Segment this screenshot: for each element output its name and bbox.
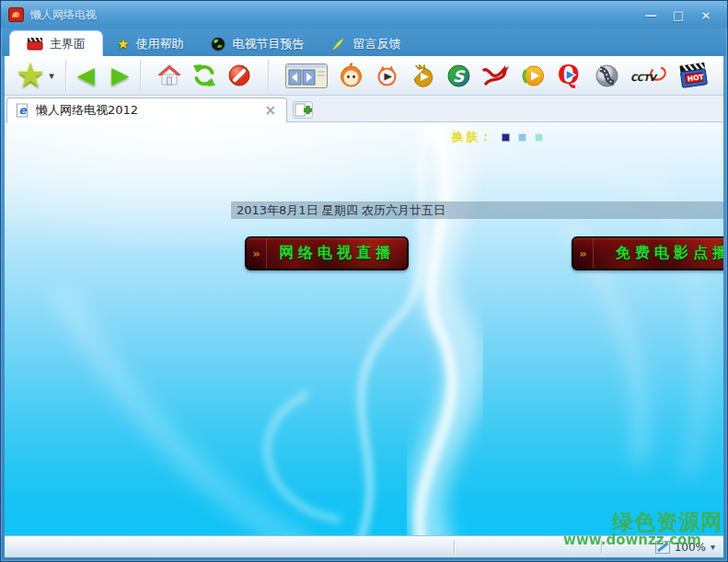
live-tv-button[interactable]: » 网络电视直播 — [245, 236, 409, 270]
app-gold-hand-icon[interactable] — [410, 63, 435, 88]
statusbar-separator — [454, 540, 455, 554]
app-red-fox-icon[interactable] — [482, 63, 510, 88]
new-tab-plus-icon — [295, 103, 312, 118]
main-content: 换肤： 2013年8月1日 星期四 农历六月廿五日 » 网络电视直播 » 免费电… — [5, 122, 723, 535]
hot-clapper-icon[interactable]: HOT — [678, 62, 710, 89]
status-bar: 100% ▾ — [5, 535, 723, 557]
minimize-button[interactable]: — — [642, 8, 659, 22]
tab-label: 电视节目预告 — [232, 36, 304, 52]
close-button[interactable]: × — [698, 8, 714, 22]
forward-button[interactable]: ▶ — [111, 63, 129, 87]
menu-tab-bar: 主界面 ★ 使用帮助 电视节目预告 — [2, 29, 726, 56]
quill-icon — [331, 37, 346, 52]
browser-tab[interactable]: e 懒人网络电视2012 × — [6, 97, 287, 122]
date-text: 2013年8月1日 星期四 农历六月廿五日 — [231, 202, 445, 219]
app-logo-icon — [8, 7, 24, 22]
browser-tab-strip: e 懒人网络电视2012 × — [5, 96, 723, 122]
tab-feedback[interactable]: 留言反馈 — [318, 32, 414, 56]
s-glyph: S — [453, 66, 466, 85]
live-tv-button-label: 网络电视直播 — [267, 238, 407, 269]
zoom-level: 100% — [675, 541, 706, 554]
tab-label: 留言反馈 — [352, 36, 400, 52]
tab-close-icon[interactable]: × — [261, 102, 279, 119]
panel-toggle-icon[interactable] — [285, 63, 328, 88]
skin-swatch-cyan[interactable] — [535, 133, 543, 142]
toolbar-separator — [140, 60, 141, 91]
skin-swatch-navy[interactable] — [502, 133, 510, 142]
app-orange-play-icon[interactable] — [521, 63, 546, 88]
home-button[interactable] — [157, 63, 181, 87]
help-star-icon: ★ — [117, 36, 129, 52]
app-fox-play-icon[interactable] — [375, 63, 399, 88]
favorites-dropdown-arrow-icon[interactable]: ▾ — [49, 70, 54, 82]
zoom-page-icon — [655, 541, 670, 554]
window-title: 懒人网络电视 — [30, 7, 97, 23]
skin-label: 换肤： — [452, 129, 493, 145]
tab-label: 主界面 — [50, 36, 86, 52]
chevron-right-icon: » — [573, 238, 594, 269]
browser-tab-title: 懒人网络电视2012 — [36, 102, 261, 119]
skin-swatch-blue[interactable] — [518, 133, 526, 142]
statusbar-separator — [601, 540, 602, 554]
ie-page-icon: e — [15, 103, 29, 118]
zoom-control[interactable]: 100% ▾ — [655, 541, 723, 554]
cctv-text: CCTV — [630, 73, 658, 83]
ie-glyph: e — [19, 104, 28, 117]
app-s-globe-icon[interactable]: S — [446, 63, 471, 88]
app-q-play-icon[interactable]: Q — [557, 63, 584, 88]
tab-help[interactable]: ★ 使用帮助 — [103, 32, 197, 56]
clapperboard-icon — [27, 37, 43, 51]
app-mascot-icon[interactable] — [339, 63, 364, 88]
toolbar: ★ ▾ ◀ ▶ — [5, 56, 723, 96]
cctv-icon[interactable]: CCTV — [630, 64, 667, 86]
app-film-sphere-icon[interactable] — [595, 63, 619, 88]
free-movie-button[interactable]: » 免费电影点播 — [572, 236, 723, 270]
date-bar: 2013年8月1日 星期四 农历六月廿五日 — [231, 201, 723, 219]
toolbar-separator — [268, 60, 269, 91]
favorites-star-icon[interactable]: ★ — [16, 59, 45, 92]
zoom-dropdown-arrow-icon: ▾ — [711, 542, 715, 552]
back-button[interactable]: ◀ — [77, 63, 95, 87]
chevron-right-icon: » — [247, 238, 267, 269]
toolbar-separator — [65, 60, 66, 91]
tab-label: 使用帮助 — [135, 36, 183, 52]
refresh-button[interactable] — [192, 63, 216, 87]
window-controls: — □ × — [642, 8, 727, 22]
tab-tv-guide[interactable]: 电视节目预告 — [197, 32, 318, 56]
tab-main-interface[interactable]: 主界面 — [9, 30, 103, 56]
title-bar: 懒人网络电视 — □ × — [1, 1, 727, 29]
skin-changer: 换肤： — [452, 129, 543, 145]
app-window: 懒人网络电视 — □ × 主界面 ★ 使用帮助 — [0, 0, 728, 562]
new-tab-button[interactable] — [293, 101, 313, 119]
maximize-button[interactable]: □ — [670, 8, 687, 22]
stop-button[interactable] — [227, 63, 251, 87]
globe-icon — [211, 37, 225, 52]
smoke-background — [5, 122, 723, 535]
free-movie-button-label: 免费电影点播 — [594, 238, 723, 269]
